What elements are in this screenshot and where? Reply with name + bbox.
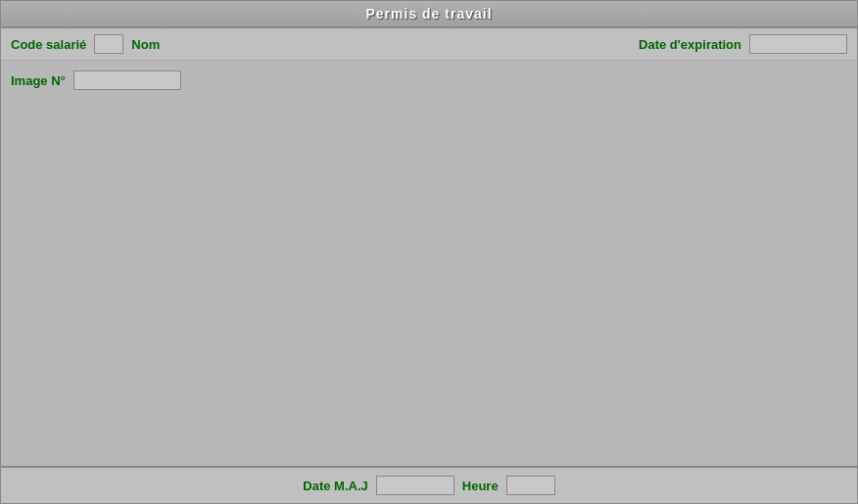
title-bar: Permis de travail	[1, 1, 857, 28]
code-salarie-input[interactable]	[94, 34, 123, 54]
code-salarie-label: Code salarié	[11, 37, 86, 52]
date-maj-input[interactable]	[376, 476, 454, 495]
main-window: Permis de travail Code salarié Nom Date …	[0, 0, 858, 504]
window-title: Permis de travail	[365, 6, 492, 22]
image-no-row: Image N°	[11, 70, 847, 90]
image-no-input[interactable]	[73, 70, 181, 90]
nom-label: Nom	[131, 37, 160, 52]
heure-input[interactable]	[506, 476, 555, 495]
date-expiration-input[interactable]	[749, 34, 847, 54]
image-no-label: Image N°	[11, 73, 66, 88]
date-expiration-label: Date d'expiration	[639, 37, 741, 52]
footer: Date M.A.J Heure	[1, 466, 857, 503]
content-area: Image N°	[1, 61, 857, 466]
heure-label: Heure	[462, 479, 499, 493]
toolbar: Code salarié Nom Date d'expiration	[1, 28, 857, 61]
date-maj-label: Date M.A.J	[303, 479, 367, 493]
